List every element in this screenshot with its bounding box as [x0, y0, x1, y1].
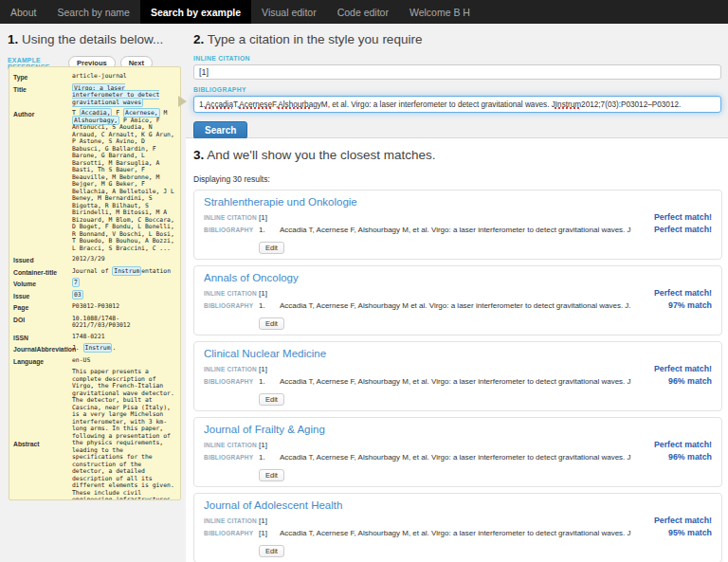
reference-field-row: Typearticle-journal: [13, 73, 177, 82]
inline-citation-label: INLINE CITATION: [204, 214, 259, 221]
reference-field-row: Issued2012/3/29: [13, 256, 177, 264]
inline-citation-value: [1]: [259, 517, 267, 525]
inline-match-badge: Perfect match!: [638, 212, 712, 222]
section-3-title: And we'll show you the closest matches.: [204, 148, 435, 162]
result-card: Strahlentherapie und OnkologieINLINE CIT…: [193, 190, 722, 260]
field-value: 2012/3/29: [72, 256, 177, 264]
field-label: Title: [13, 85, 72, 107]
nav-item-visual-editor[interactable]: Visual editor: [251, 0, 327, 24]
edit-button[interactable]: Edit: [259, 317, 284, 330]
field-label: Issue: [13, 292, 72, 300]
field-label: JournalAbbreviation: [13, 345, 72, 354]
field-label: Issued: [13, 256, 72, 264]
top-navbar: AboutSearch by nameSearch by exampleVisu…: [0, 0, 728, 24]
field-value: 10.1088/1748-0221/7/03/P03012: [72, 316, 177, 330]
inline-citation-row: INLINE CITATION[1]Perfect match!: [204, 440, 712, 449]
nav-item-search-by-example[interactable]: Search by example: [140, 0, 251, 24]
matched-token: Virgo: a laser interferometer to detect …: [72, 83, 159, 107]
reference-field-row: Languageen-US: [13, 357, 177, 366]
field-value: J. Instrum.: [72, 345, 177, 354]
field-text: M: [160, 109, 168, 117]
bibliography-row: BIBLIOGRAPHY1.Accadia T, Acernese F, Als…: [204, 452, 712, 462]
edit-button[interactable]: Edit: [259, 469, 284, 481]
reference-field-row: AbstractThis paper presents a complete d…: [13, 369, 177, 500]
bibliography-number: 1.: [259, 377, 280, 386]
inline-citation-label: INLINE CITATION: [204, 290, 259, 297]
section-1-number: 1.: [8, 32, 18, 46]
reference-field-row: ISSN1748-0221: [13, 334, 177, 342]
result-style-link[interactable]: Strahlentherapie und Onkologie: [204, 196, 712, 208]
field-label: Author: [13, 110, 72, 252]
field-text: article-journal: [72, 72, 127, 80]
result-card: Clinical Nuclear MedicineINLINE CITATION…: [193, 341, 722, 411]
field-text: 10.1088/1748-0221/7/03/P03012: [72, 315, 131, 330]
field-label: DOI: [13, 316, 72, 330]
section-3-panel: 3. And we'll show you the closest matche…: [186, 138, 728, 562]
reference-field-row: AuthorT Accadia, F Acernese, M Alshourba…: [13, 110, 177, 252]
result-style-link[interactable]: Journal of Frailty & Aging: [204, 424, 712, 435]
bibliography-text: Accadia T, Acernese F, Alshourbagy M, et…: [280, 377, 633, 386]
field-value: 1748-0221: [72, 334, 177, 342]
result-style-link[interactable]: Journal of Adolescent Health: [204, 499, 712, 511]
bibliography-match-badge: 97% match: [638, 300, 712, 310]
field-value: en-US: [72, 357, 177, 366]
section-1-panel: 1. Using the details below... EXAMPLE RE…: [0, 24, 186, 562]
inline-match-badge: Perfect match!: [638, 288, 712, 298]
result-card: Journal of Adolescent HealthINLINE CITAT…: [193, 493, 722, 562]
inline-citation-value: [1]: [259, 441, 267, 449]
nav-item-welcome-b-h[interactable]: Welcome B H: [399, 0, 481, 24]
bibliography-number: 1.: [259, 301, 280, 310]
bibliography-text: 2012;7(03):P03012–P03012.: [581, 100, 681, 109]
inline-citation-label: INLINE CITATION: [193, 55, 721, 62]
reference-field-row: Container-titleJournal of Instrumentatio…: [13, 268, 177, 277]
edit-button[interactable]: Edit: [259, 545, 284, 557]
inline-match-badge: Perfect match!: [638, 440, 712, 449]
search-button[interactable]: Search: [193, 121, 247, 139]
section-1-heading: 1. Using the details below...: [8, 32, 186, 46]
field-label: Container-title: [13, 268, 72, 277]
reference-field-row: Volume7: [13, 280, 177, 288]
section-2-panel: 2. Type a citation in the style you requ…: [186, 24, 728, 138]
field-label: Type: [13, 73, 72, 82]
inline-match-badge: Perfect match!: [638, 516, 712, 525]
edit-button[interactable]: Edit: [259, 393, 284, 406]
bibliography-match-badge: 95% match: [638, 528, 712, 537]
field-value: Journal of Instrumentation: [72, 268, 177, 277]
field-label: ISSN: [13, 334, 72, 342]
bibliography-label: BIBLIOGRAPHY: [204, 302, 259, 309]
edit-button[interactable]: Edit: [259, 242, 284, 254]
field-text: P Amico, F Antonucci, S Aoudia, N Arnaud…: [72, 117, 174, 252]
bibliography-label: BIBLIOGRAPHY: [204, 378, 259, 385]
field-label: Volume: [13, 280, 72, 288]
field-text: .: [112, 344, 116, 352]
field-text: This paper presents a complete descripti…: [72, 368, 174, 500]
inline-citation-row: INLINE CITATION[1]Perfect match!: [204, 364, 712, 373]
misspelled-token: Accadia: [206, 100, 233, 109]
inline-citation-row: INLINE CITATION[1]Perfect match!: [204, 516, 712, 525]
bibliography-text: Accadia T, Acernese F, Alshourbagy M et …: [280, 301, 633, 310]
bibliography-row: BIBLIOGRAPHY[1]Accadia T, Acernese F, Al…: [204, 528, 712, 537]
nav-item-code-editor[interactable]: Code editor: [327, 0, 399, 24]
misspelled-token: Alshourbagy: [278, 100, 321, 109]
inline-citation-value: [1]: [259, 365, 267, 373]
bibliography-row: BIBLIOGRAPHY1.Accadia T, Acernese F, Als…: [204, 376, 712, 386]
inline-citation-row: INLINE CITATION[1]Perfect match!: [204, 212, 712, 222]
bibliography-input[interactable]: 1. Accadia T, Acernese F, Alshourbagy M,…: [193, 96, 721, 113]
bibliography-row: BIBLIOGRAPHY1.Accadia T, Acernese F, Als…: [204, 225, 712, 234]
bibliography-text: M, et al. Virgo: a laser interferometer …: [321, 100, 555, 109]
nav-item-search-by-name[interactable]: Search by name: [46, 0, 139, 24]
reference-field-row: JournalAbbreviationJ. Instrum.: [13, 345, 177, 354]
reference-field-row: PageP03012-P03012: [13, 303, 177, 312]
field-value: article-journal: [72, 73, 177, 82]
bibliography-label: BIBLIOGRAPHY: [204, 227, 259, 233]
inline-citation-input[interactable]: [193, 64, 721, 80]
inline-match-badge: Perfect match!: [638, 364, 712, 373]
matched-token: Instrum: [83, 343, 113, 353]
nav-item-about[interactable]: About: [0, 0, 46, 24]
field-text: entation: [141, 267, 171, 275]
bibliography-number: 1.: [259, 453, 280, 462]
inline-citation-value: [1]: [259, 289, 267, 298]
result-card: Journal of Frailty & AgingINLINE CITATIO…: [193, 417, 722, 487]
result-style-link[interactable]: Annals of Oncology: [204, 272, 712, 283]
result-style-link[interactable]: Clinical Nuclear Medicine: [204, 348, 712, 359]
